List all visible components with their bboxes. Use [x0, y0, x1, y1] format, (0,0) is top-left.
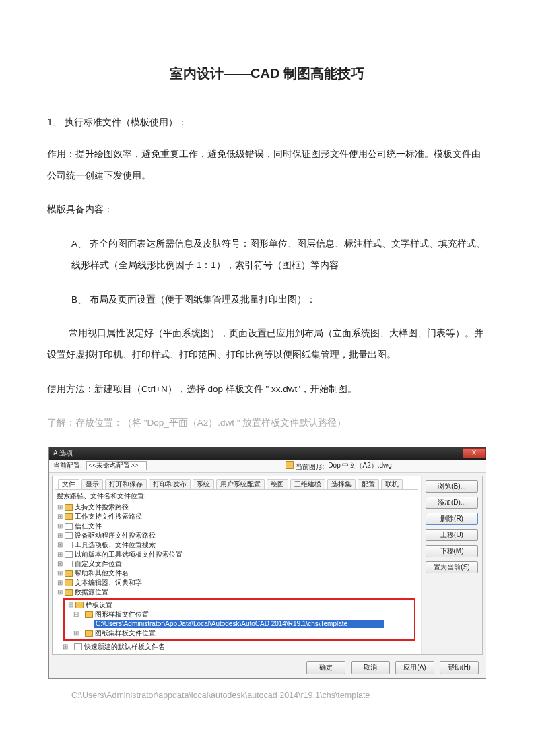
folder-icon	[85, 611, 93, 618]
tree-header: 搜索路径、文件名和文件位置:	[55, 490, 418, 501]
tree-item[interactable]: 工作支持文件搜索路径	[75, 513, 142, 521]
folder-icon	[65, 532, 73, 539]
tab-3d[interactable]: 三维建模	[290, 479, 325, 489]
selected-path[interactable]: C:\Users\Administrator\AppData\Local\Aut…	[94, 620, 384, 628]
drawing-value: Dop 中文（A2）.dwg	[328, 462, 391, 470]
tab-user[interactable]: 用户系统配置	[216, 479, 265, 489]
page-title: 室内设计——CAD 制图高能技巧	[47, 61, 487, 86]
cancel-button[interactable]: 取消	[351, 661, 390, 674]
profile-label: 当前配置:	[53, 462, 82, 470]
paragraph-purpose: 作用：提升绘图效率，避免重复工作，避免低级错误，同时保证图形文件使用公司统一标准…	[47, 144, 487, 187]
selected-group-box: ⊟样板设置 ⊟图形样板文件位置 C:\Users\Administrator\A…	[63, 598, 415, 641]
tree-item[interactable]: 自定义文件位置	[75, 560, 122, 568]
list-item-a: A、 齐全的图面表达所需信息及皮肤符号：图形单位、图层信息、标注样式、文字样式、…	[47, 233, 487, 277]
dialog-footer: 确定 取消 应用(A) 帮助(H)	[49, 658, 486, 678]
tree-item[interactable]: 工具选项板、文件位置搜索	[75, 541, 156, 549]
tree-item[interactable]: 以前版本的工具选项板文件搜索位置	[75, 550, 182, 559]
tab-open-save[interactable]: 打开和保存	[105, 479, 147, 489]
tree-item[interactable]: 设备驱动程序文件搜索路径	[75, 532, 156, 540]
folder-icon	[65, 589, 73, 596]
tree-item[interactable]: 数据源位置	[75, 588, 108, 596]
tab-drafting[interactable]: 绘图	[267, 479, 288, 489]
section-heading-1: 1、 执行标准文件（模板使用）：	[47, 113, 487, 131]
drawing-label: 当前图形:	[296, 463, 325, 470]
paragraph-location-note: 了解：存放位置：（将 "Dop_平面（A2）.dwt " 放置样板文件默认路径）	[47, 412, 487, 434]
set-current-button[interactable]: 置为当前(S)	[426, 561, 478, 573]
dialog-tabs: 文件 显示 打开和保存 打印和发布 系统 用户系统配置 绘图 三维建模 选择集 …	[55, 478, 418, 490]
tree-item-template-location[interactable]: 图形样板文件位置	[95, 610, 149, 619]
folder-icon	[65, 561, 73, 567]
folder-icon	[74, 643, 82, 650]
folder-icon	[65, 551, 73, 558]
tab-profiles[interactable]: 配置	[358, 479, 379, 489]
folder-icon	[65, 579, 73, 586]
remove-button[interactable]: 删除(R)	[426, 513, 478, 525]
dialog-toolbar: 当前配置: <<未命名配置>> 当前图形: Dop 中文（A2）.dwg	[49, 460, 486, 473]
add-button[interactable]: 添加(D)...	[426, 497, 478, 509]
folder-icon	[65, 504, 73, 511]
folder-icon	[65, 523, 73, 530]
tree-item[interactable]: 帮助和其他文件名	[75, 569, 129, 577]
dialog-left-pane: 文件 显示 打开和保存 打印和发布 系统 用户系统配置 绘图 三维建模 选择集 …	[53, 476, 422, 654]
dialog-right-pane: 浏览(B)... 添加(D)... 删除(R) 上移(U) 下移(M) 置为当前…	[422, 476, 482, 654]
file-tree[interactable]: ⊞支持文件搜索路径 ⊞工作支持文件搜索路径 ⊞信任文件 ⊞设备驱动程序文件搜索路…	[55, 501, 418, 653]
tab-selection[interactable]: 选择集	[327, 479, 356, 489]
options-dialog: A 选项 X 当前配置: <<未命名配置>> 当前图形: Dop 中文（A2）.…	[48, 447, 486, 679]
tab-files[interactable]: 文件	[58, 479, 79, 489]
dialog-titlebar: A 选项 X	[49, 447, 486, 460]
options-dialog-screenshot: A 选项 X 当前配置: <<未命名配置>> 当前图形: Dop 中文（A2）.…	[47, 447, 487, 679]
list-item-b: B、 布局及页面设置（便于图纸集管理及批量打印出图）：	[47, 289, 487, 311]
move-up-button[interactable]: 上移(U)	[426, 529, 478, 541]
browse-button[interactable]: 浏览(B)...	[426, 480, 478, 493]
tree-item[interactable]: 信任文件	[75, 522, 102, 530]
paragraph-template-content: 模版具备内容：	[47, 199, 487, 220]
help-button[interactable]: 帮助(H)	[440, 661, 479, 674]
folder-icon	[65, 542, 73, 548]
dialog-title: A 选项	[53, 449, 73, 458]
template-path: C:\Users\Administrator\appdata\local\aut…	[47, 688, 487, 704]
tab-system[interactable]: 系统	[193, 479, 214, 489]
ok-button[interactable]: 确定	[306, 661, 345, 674]
tree-item[interactable]: 快速新建的默认样板文件名	[84, 643, 165, 651]
tree-item[interactable]: 图纸集样板文件位置	[95, 629, 156, 637]
tree-item-template-settings[interactable]: 样板设置	[86, 601, 112, 609]
tree-item[interactable]: 文本编辑器、词典和字	[75, 579, 142, 587]
folder-icon	[65, 570, 73, 577]
move-down-button[interactable]: 下移(M)	[426, 545, 478, 557]
tab-display[interactable]: 显示	[81, 479, 103, 489]
profile-combo[interactable]: <<未命名配置>>	[86, 461, 147, 470]
tab-online[interactable]: 联机	[381, 479, 403, 489]
close-icon[interactable]: X	[463, 448, 486, 458]
tab-plot[interactable]: 打印和发布	[149, 479, 191, 489]
folder-icon	[85, 630, 93, 637]
paragraph-viewport: 常用视口属性设定好（平面系统图），页面设置已应用到布局（立面系统图、大样图、门表…	[47, 323, 487, 367]
dialog-body: 文件 显示 打开和保存 打印和发布 系统 用户系统配置 绘图 三维建模 选择集 …	[52, 476, 483, 655]
folder-icon	[75, 602, 84, 608]
folder-icon	[65, 513, 73, 520]
paragraph-usage: 使用方法：新建项目（Ctrl+N），选择 dop 样板文件 " xx.dwt"，…	[47, 379, 487, 400]
drawing-icon	[286, 461, 294, 469]
apply-button[interactable]: 应用(A)	[395, 661, 434, 674]
tree-item[interactable]: 支持文件搜索路径	[75, 503, 129, 511]
